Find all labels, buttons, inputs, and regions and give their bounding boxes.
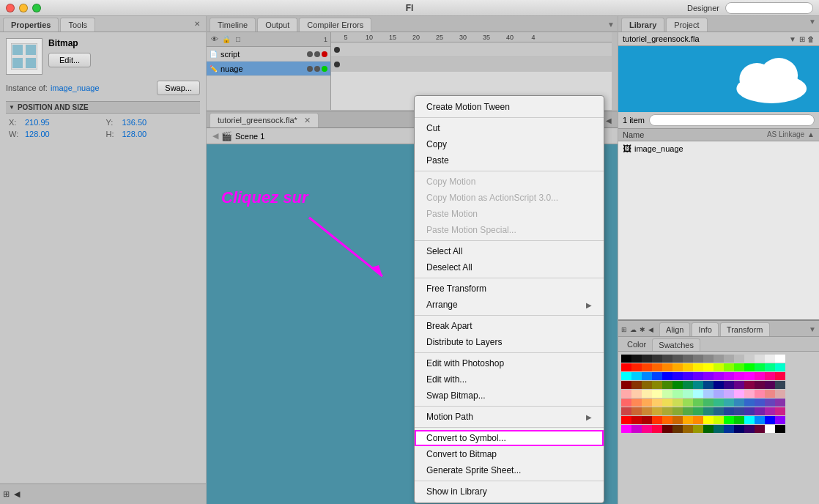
- tab-info[interactable]: Info: [692, 322, 718, 336]
- swatch-m0-7[interactable]: [693, 399, 703, 407]
- swatch-4-7[interactable]: [693, 390, 703, 398]
- panel-icon-2[interactable]: ☁: [630, 326, 637, 333]
- swatch-m0-8[interactable]: [703, 399, 714, 407]
- swatch-2-0[interactable]: [621, 372, 631, 380]
- swatch-m0-11[interactable]: [734, 399, 744, 407]
- swatch-2-13[interactable]: [755, 372, 765, 380]
- swatch-m2-9[interactable]: [714, 416, 724, 424]
- swatch-4-14[interactable]: [765, 390, 775, 398]
- swatch-4-8[interactable]: [703, 390, 714, 398]
- swatch-2-5[interactable]: [672, 372, 683, 380]
- swatch-m1-13[interactable]: [755, 407, 765, 415]
- swatch-3-0[interactable]: [621, 381, 631, 389]
- swatch-1-3[interactable]: [652, 363, 662, 371]
- swatch-0-1[interactable]: [631, 355, 642, 363]
- swatch-0-6[interactable]: [683, 355, 693, 363]
- swatch-m1-9[interactable]: [714, 407, 724, 415]
- swatch-0-2[interactable]: [642, 355, 652, 363]
- cm-deselect-all[interactable]: Deselect All: [415, 259, 604, 275]
- swatch-4-11[interactable]: [734, 390, 744, 398]
- swatch-2-4[interactable]: [662, 372, 672, 380]
- swatch-m2-8[interactable]: [703, 416, 714, 424]
- swatch-m2-10[interactable]: [724, 416, 734, 424]
- swatch-0-15[interactable]: [775, 355, 785, 363]
- cm-copy[interactable]: Copy: [415, 136, 604, 152]
- close-button[interactable]: [6, 4, 15, 12]
- swap-button[interactable]: Swap...: [157, 81, 200, 95]
- swatch-m3-1[interactable]: [631, 425, 642, 433]
- swatch-0-0[interactable]: [621, 355, 631, 363]
- global-search-input[interactable]: [725, 2, 813, 14]
- swatch-m0-1[interactable]: [631, 399, 642, 407]
- swatch-3-10[interactable]: [724, 381, 734, 389]
- library-dropdown[interactable]: ▼: [789, 35, 796, 43]
- swatch-2-11[interactable]: [734, 372, 744, 380]
- cm-motion-path[interactable]: Motion Path ▶: [415, 409, 604, 425]
- swatch-3-3[interactable]: [652, 381, 662, 389]
- tab-compiler-errors[interactable]: Compiler Errors: [299, 18, 371, 32]
- swatch-m3-4[interactable]: [662, 425, 672, 433]
- cm-swap-bitmap[interactable]: Swap Bitmap...: [415, 388, 604, 404]
- swatch-3-1[interactable]: [631, 381, 642, 389]
- swatch-3-14[interactable]: [765, 381, 775, 389]
- swatch-m1-1[interactable]: [631, 407, 642, 415]
- delete-icon[interactable]: 🗑: [807, 35, 815, 43]
- swatch-1-9[interactable]: [714, 363, 724, 371]
- swatch-3-8[interactable]: [703, 381, 714, 389]
- swatch-m2-4[interactable]: [662, 416, 672, 424]
- swatch-m2-15[interactable]: [775, 416, 785, 424]
- swatch-1-0[interactable]: [621, 363, 631, 371]
- w-value[interactable]: 128.00: [25, 130, 50, 138]
- swatch-m3-2[interactable]: [642, 425, 652, 433]
- swatch-1-2[interactable]: [642, 363, 652, 371]
- swatch-m0-13[interactable]: [755, 399, 765, 407]
- tab-color[interactable]: Color: [621, 338, 652, 351]
- swatch-m0-14[interactable]: [765, 399, 775, 407]
- tab-properties[interactable]: Properties: [3, 18, 59, 32]
- swatch-2-9[interactable]: [714, 372, 724, 380]
- swatch-m2-3[interactable]: [652, 416, 662, 424]
- align-panel-close[interactable]: ▼: [809, 325, 816, 333]
- cm-cut[interactable]: Cut: [415, 120, 604, 136]
- tab-swatches[interactable]: Swatches: [652, 338, 700, 351]
- panel-icon-3[interactable]: ✱: [640, 326, 645, 333]
- swatch-1-10[interactable]: [724, 363, 734, 371]
- cm-create-motion-tween[interactable]: Create Motion Tween: [415, 99, 604, 115]
- swatch-0-5[interactable]: [672, 355, 683, 363]
- timeline-scrollbar[interactable]: [612, 32, 618, 110]
- new-symbol-icon[interactable]: ⊞: [799, 35, 805, 43]
- swatch-1-12[interactable]: [744, 363, 755, 371]
- swatch-1-7[interactable]: [693, 363, 703, 371]
- tab-transform[interactable]: Transform: [720, 322, 770, 336]
- swatch-2-6[interactable]: [683, 372, 693, 380]
- swatch-1-8[interactable]: [703, 363, 714, 371]
- maximize-button[interactable]: [32, 4, 41, 12]
- cm-arrange[interactable]: Arrange ▶: [415, 297, 604, 313]
- swatch-m0-5[interactable]: [672, 399, 683, 407]
- swatch-m0-3[interactable]: [652, 399, 662, 407]
- layer-lock-dot[interactable]: [314, 51, 320, 57]
- swatch-m2-14[interactable]: [765, 416, 775, 424]
- swatch-m1-0[interactable]: [621, 407, 631, 415]
- swatch-1-6[interactable]: [683, 363, 693, 371]
- stage-tab-close[interactable]: ✕: [304, 116, 311, 125]
- stage-tab-file[interactable]: tutoriel_greensock.fla* ✕: [210, 113, 319, 127]
- swatch-1-13[interactable]: [755, 363, 765, 371]
- swatch-2-14[interactable]: [765, 372, 775, 380]
- panel-icon-4[interactable]: ◀: [648, 326, 653, 333]
- swatch-m2-11[interactable]: [734, 416, 744, 424]
- swatch-3-9[interactable]: [714, 381, 724, 389]
- swatch-m3-9[interactable]: [714, 425, 724, 433]
- swatch-4-1[interactable]: [631, 390, 642, 398]
- swatch-2-12[interactable]: [744, 372, 755, 380]
- swatch-4-9[interactable]: [714, 390, 724, 398]
- cm-edit-with[interactable]: Edit with...: [415, 371, 604, 388]
- minimize-button[interactable]: [19, 4, 28, 12]
- list-item[interactable]: 🖼 image_nuage: [618, 141, 819, 156]
- swatch-m0-15[interactable]: [775, 399, 785, 407]
- swatch-m0-4[interactable]: [662, 399, 672, 407]
- swatch-3-11[interactable]: [734, 381, 744, 389]
- swatch-3-15[interactable]: [775, 381, 785, 389]
- swatch-4-0[interactable]: [621, 390, 631, 398]
- swatch-m0-12[interactable]: [744, 399, 755, 407]
